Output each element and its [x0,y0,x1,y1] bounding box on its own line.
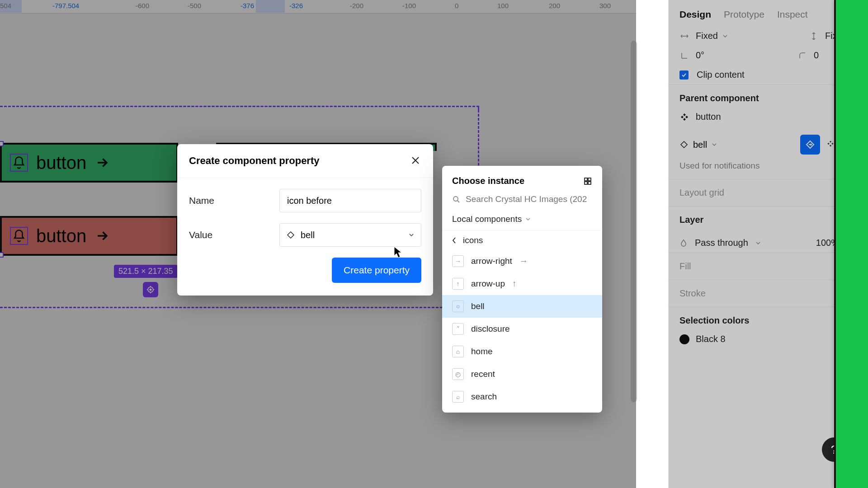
rotation-value[interactable]: 0° [696,50,732,61]
component-green[interactable]: button [0,143,178,183]
instance-item-label: search [471,392,497,402]
value-dropdown[interactable]: bell [279,223,421,247]
ruler-tick: -797.504 [52,2,79,9]
search-input[interactable] [466,194,592,204]
ruler-tick: -500 [188,2,201,9]
bell-icon [10,154,28,172]
instance-item-recent[interactable]: ◴recent [442,363,602,385]
ruler-tick: 100 [497,2,509,9]
resize-handle[interactable] [0,252,4,258]
corner-icon [797,51,807,61]
svg-rect-7 [588,178,591,181]
value-label: Value [189,230,279,240]
angle-icon [679,51,689,61]
color-swatch[interactable] [679,334,689,344]
stroke-heading: Stroke [679,288,706,299]
blend-mode-value[interactable]: Pass through [695,238,748,248]
component-label: button [36,226,86,246]
svg-rect-9 [588,182,591,184]
layout-grid-heading: Layout grid [679,188,724,198]
close-icon[interactable] [410,155,421,166]
choose-instance-popover: Choose instance Local components icons →… [442,166,602,413]
instance-thumb-icon: ◴ [452,368,464,380]
instance-item-label: disclosure [471,324,510,334]
instance-swap-dropdown[interactable]: bell [679,140,717,150]
ruler-tick: -326 [289,2,303,9]
parent-component-heading: Parent component [679,93,759,103]
arrow-right-icon [94,155,110,170]
instance-thumb-icon: ⌂ [452,346,464,357]
ruler-tick: 300 [599,2,611,9]
horizontal-ruler: 504-797.504-600-500-376-326-200-10001002… [0,0,636,14]
svg-rect-6 [585,178,587,181]
clip-content-label: Clip content [697,70,745,80]
horizontal-resize-icon [679,31,689,41]
instance-item-bell[interactable]: ○bell [442,295,602,318]
component-red[interactable]: button [0,216,178,256]
ruler-tick: -100 [402,2,416,9]
chevron-down-icon [408,233,415,237]
tab-prototype[interactable]: Prototype [724,9,764,20]
scope-label: Local components [452,214,522,224]
vertical-resize-icon [809,31,819,41]
value-selected: bell [301,230,315,240]
vertical-scrollbar[interactable] [631,41,637,402]
ruler-tick: 504 [0,2,11,9]
instance-item-home[interactable]: ⌂home [442,340,602,363]
instance-thumb-icon: → [452,255,464,267]
width-mode-dropdown[interactable]: Fixed [696,31,728,41]
layer-heading: Layer [679,215,703,225]
width-mode-value: Fixed [696,31,718,41]
instance-item-label: recent [471,369,495,379]
ruler-selection [256,0,285,13]
tab-inspect[interactable]: Inspect [777,9,808,20]
instance-item-search[interactable]: ⌕search [442,385,602,408]
resize-handle[interactable] [0,141,4,146]
breadcrumb-label: icons [463,235,483,245]
arrow-right-icon [94,228,110,244]
mouse-cursor [393,246,402,258]
scope-dropdown[interactable]: Local components [442,211,602,230]
instance-name: bell [693,140,707,150]
instance-suffix-icon: ↑ [512,279,517,289]
ruler-tick: -600 [136,2,149,9]
color-name: Black 8 [696,334,726,344]
instance-item-label: arrow-up [471,279,505,289]
ruler-tick: -200 [350,2,363,9]
instance-item-disclosure[interactable]: ˅disclosure [442,318,602,340]
component-icon [679,112,689,122]
create-property-modal: Create component property Name Value bel… [177,144,433,296]
breadcrumb-back[interactable]: icons [442,230,602,250]
ruler-tick: -376 [241,2,254,9]
svg-rect-8 [585,182,587,184]
instance-item-arrow-right[interactable]: →arrow-right → [442,250,602,272]
choose-instance-title: Choose instance [452,176,524,186]
selection-frame-top [0,106,479,111]
instance-suffix-icon: → [519,256,528,266]
dimension-badge: 521.5 × 217.35 [114,265,178,278]
instance-thumb-icon: ˅ [452,323,464,335]
ruler-tick: 0 [455,2,458,9]
right-edge-bar [836,0,868,488]
tab-design[interactable]: Design [679,9,711,20]
target-icon[interactable] [143,282,158,297]
create-property-button[interactable]: Create property [332,258,421,283]
name-input[interactable] [279,189,421,212]
go-to-main-component-button[interactable] [800,135,820,155]
modal-title: Create component property [189,155,320,167]
instance-thumb-icon: ↑ [452,278,464,290]
selection-colors-heading: Selection colors [679,315,750,326]
instance-item-label: bell [471,301,485,311]
clip-content-checkbox[interactable] [679,70,689,80]
instance-list: →arrow-right →↑arrow-up ↑○bell˅disclosur… [442,250,602,408]
name-label: Name [189,195,279,206]
grid-view-icon[interactable] [583,177,592,186]
svg-point-10 [453,197,458,201]
instance-item-label: arrow-right [471,256,512,266]
instance-item-arrow-up[interactable]: ↑arrow-up ↑ [442,272,602,295]
bell-icon [10,227,28,245]
instance-thumb-icon: ○ [452,300,464,312]
instance-item-label: home [471,347,493,357]
parent-component-name[interactable]: button [696,112,721,122]
ruler-tick: 200 [549,2,560,9]
